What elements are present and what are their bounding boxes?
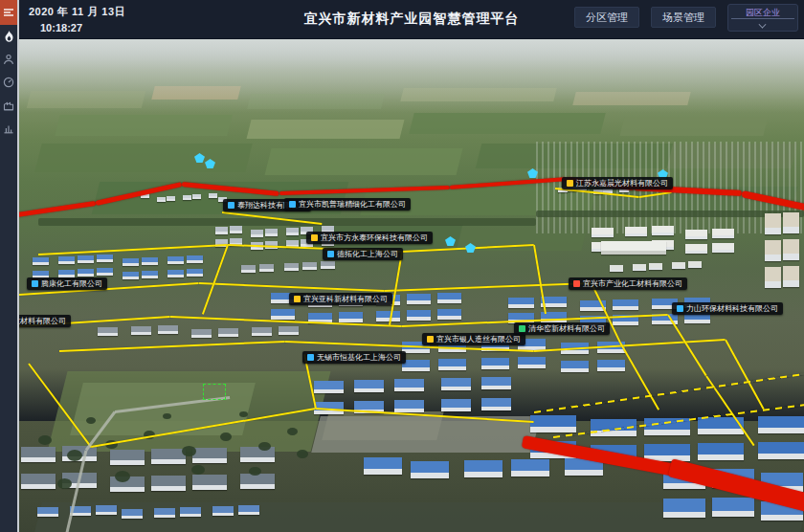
building-label[interactable]: 宜兴市产业化工材料有限公司 (569, 277, 687, 290)
map-3d-marker-icon[interactable] (205, 159, 215, 168)
company-name: 力山环保材料科技有限公司 (686, 302, 778, 315)
company-name: 新缘科技材料有限公司 (19, 315, 66, 327)
factory-icon[interactable] (0, 94, 17, 117)
user-icon[interactable] (0, 48, 17, 71)
building-label[interactable]: 江苏永嘉晨光材料有限公司 (562, 177, 673, 189)
company-marker-icon (677, 305, 683, 312)
park-enterprise-dropdown[interactable]: 园区企业 (727, 4, 798, 32)
company-marker-icon (519, 325, 525, 332)
building-label[interactable]: 力山环保材料科技有限公司 (672, 302, 783, 315)
company-marker-icon (294, 296, 301, 302)
company-marker-icon (311, 234, 318, 241)
building-label[interactable]: 宜兴市方永泰环保科技有限公司 (306, 232, 433, 244)
company-name: 宜兴市产业化工材料有限公司 (583, 277, 682, 290)
company-marker-icon (573, 280, 580, 287)
building-label[interactable]: 无锡市恒基化工上海公司 (302, 351, 406, 364)
scene-manage-button[interactable]: 场景管理 (651, 7, 716, 28)
company-name: 宜兴市银人造丝有限公司 (436, 333, 521, 345)
gauge-icon[interactable] (0, 71, 17, 94)
company-marker-icon (289, 201, 296, 208)
company-marker-icon (32, 280, 38, 287)
selection-box (203, 384, 226, 400)
company-name: 腾康化工有限公司 (41, 277, 102, 290)
company-marker-icon (427, 336, 434, 343)
sidebar (0, 0, 19, 532)
map-3d-marker-icon[interactable] (527, 168, 538, 178)
company-marker-icon (228, 202, 234, 209)
top-header: 2020 年 11 月 13日 10:18:27 宜兴市新材料产业园智慧管理平台… (19, 0, 804, 39)
building-label[interactable]: 宜兴市凯普瑞精细化工有限公司 (284, 198, 411, 211)
building-label[interactable]: 宜兴亚科新材料有限公司 (289, 293, 392, 305)
zone-manage-button[interactable]: 分区管理 (574, 7, 639, 28)
company-name: 清华窑新材料有限公司 (528, 322, 605, 335)
map-3d-marker-icon[interactable] (445, 236, 456, 246)
building-label[interactable]: 德拓化工上海公司 (323, 248, 403, 260)
company-name: 德拓化工上海公司 (337, 248, 398, 260)
building-label[interactable]: 新缘科技材料有限公司 (19, 315, 71, 327)
company-name: 宜兴市方永泰环保科技有限公司 (321, 232, 428, 244)
map-3d-marker-icon[interactable] (465, 243, 476, 253)
building-label[interactable]: 清华窑新材料有限公司 (514, 322, 610, 335)
company-marker-icon (327, 251, 334, 257)
map-3d-marker-icon[interactable] (194, 153, 205, 163)
company-name: 江苏永嘉晨光材料有限公司 (576, 177, 668, 189)
chevron-down-icon (759, 21, 767, 26)
app-root: 2020 年 11 月 13日 10:18:27 宜兴市新材料产业园智慧管理平台… (0, 0, 804, 532)
company-name: 宜兴亚科新材料有限公司 (303, 293, 388, 305)
bar-chart-icon[interactable] (0, 117, 17, 140)
flame-icon[interactable] (0, 25, 17, 48)
menu-icon[interactable] (0, 0, 17, 25)
building-label[interactable]: 宜兴市银人造丝有限公司 (422, 333, 525, 345)
company-marker-icon (567, 180, 573, 187)
company-name: 无锡市恒基化工上海公司 (317, 351, 401, 364)
building-label[interactable]: 腾康化工有限公司 (27, 277, 107, 290)
map-3d-view[interactable]: 泰翔达科技有限公司宜兴市凯普瑞精细化工有限公司宜兴市方永泰环保科技有限公司德拓化… (19, 38, 804, 532)
header-actions: 分区管理 场景管理 园区企业 (574, 0, 798, 45)
company-marker-icon (307, 354, 314, 361)
company-name: 宜兴市凯普瑞精细化工有限公司 (299, 198, 406, 211)
